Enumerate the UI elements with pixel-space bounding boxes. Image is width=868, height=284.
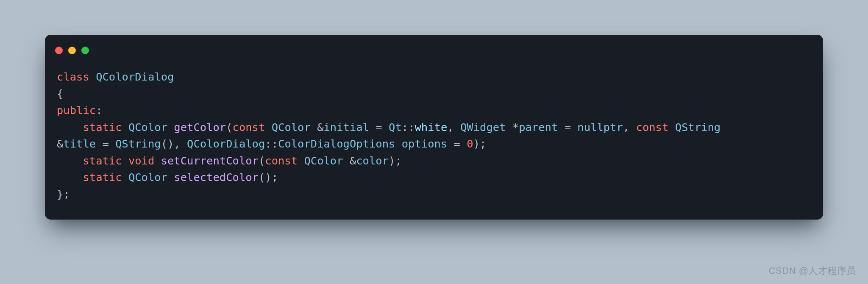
close-icon[interactable] — [55, 47, 63, 54]
code-token: : — [96, 104, 102, 117]
code-token: QWidget — [460, 121, 512, 134]
code-token: public — [57, 104, 96, 117]
code-token: selectedColor — [174, 171, 259, 184]
code-token: static — [83, 154, 128, 167]
code-token: Qt — [389, 121, 402, 134]
code-token: title — [63, 137, 102, 150]
code-token: & — [57, 137, 63, 150]
code-token: QColor — [272, 121, 317, 134]
code-token: ); — [473, 137, 487, 150]
code-token: & — [350, 154, 356, 167]
code-token: ColorDialogOptions — [278, 137, 402, 150]
code-token — [57, 121, 83, 134]
code-token: QColorDialog — [96, 70, 174, 83]
code-token: = — [102, 137, 115, 150]
code-token: nullptr — [577, 121, 623, 134]
code-token: QString — [115, 137, 161, 150]
code-token: ( — [226, 121, 232, 134]
code-token: class — [57, 70, 96, 83]
code-token: const — [265, 154, 304, 167]
code-token: = — [454, 137, 467, 150]
code-token: = — [376, 121, 389, 134]
editor-window: class QColorDialog { public: static QCol… — [45, 35, 823, 220]
minimize-icon[interactable] — [68, 47, 76, 54]
code-token: , — [447, 121, 460, 134]
watermark-text: CSDN @人才程序员 — [769, 265, 856, 277]
code-token: void — [128, 154, 161, 167]
window-titlebar — [45, 35, 823, 57]
code-token: QString — [675, 121, 721, 134]
code-block: class QColorDialog { public: static QCol… — [45, 57, 823, 220]
code-token: 0 — [467, 137, 473, 150]
code-token: initial — [324, 121, 376, 134]
code-token: , — [623, 121, 636, 134]
code-token: const — [636, 121, 675, 134]
code-token: parent — [519, 121, 564, 134]
code-token: QColor — [128, 121, 174, 134]
code-token: static — [83, 121, 128, 134]
code-token: :: — [402, 121, 415, 134]
code-token: const — [233, 121, 272, 134]
code-token: ); — [389, 154, 402, 167]
code-token: * — [512, 121, 519, 134]
code-token: = — [565, 121, 578, 134]
code-token: setCurrentColor — [161, 154, 259, 167]
code-token: ( — [259, 154, 265, 167]
code-token: white — [415, 121, 447, 134]
code-token: static — [83, 171, 128, 184]
code-token: QColorDialog — [187, 137, 265, 150]
code-token — [57, 171, 83, 184]
zoom-icon[interactable] — [81, 47, 89, 54]
code-token: QColor — [304, 154, 349, 167]
code-token: (); — [259, 171, 278, 184]
code-token: & — [317, 121, 323, 134]
code-token — [57, 154, 83, 167]
code-token: color — [356, 154, 389, 167]
code-token: :: — [265, 137, 278, 150]
code-token: options — [402, 137, 454, 150]
code-token: { — [57, 87, 63, 100]
code-token: (), — [161, 137, 187, 150]
code-token: getColor — [174, 121, 226, 134]
code-token: QColor — [128, 171, 174, 184]
code-token: }; — [57, 188, 70, 200]
